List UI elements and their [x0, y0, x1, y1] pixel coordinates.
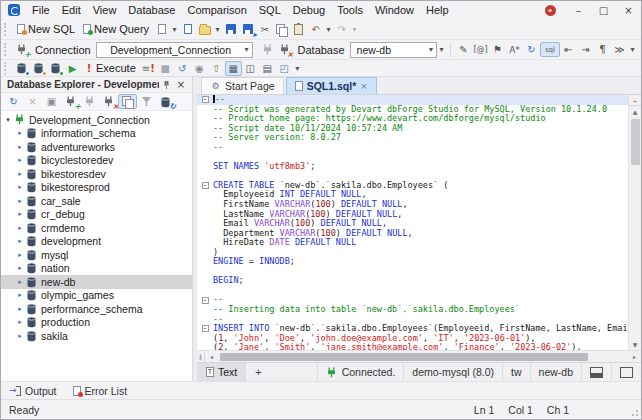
- code-line[interactable]: (1, 'John', 'Doe', 'john.doe@example.com…: [197, 334, 628, 344]
- code-line[interactable]: -- Server version: 8.0.27: [197, 133, 628, 143]
- delete-icon[interactable]: ×: [23, 94, 42, 109]
- scrollbar-thumb[interactable]: [631, 119, 640, 165]
- filter-icon[interactable]: [137, 94, 156, 109]
- format-sql-icon[interactable]: sql: [540, 42, 560, 57]
- code-line[interactable]: [197, 267, 628, 277]
- close-button[interactable]: ×: [616, 5, 641, 16]
- bookmark-icon[interactable]: ⚑: [489, 42, 506, 57]
- code-line[interactable]: -- Inserting data into table `new-db`.`s…: [197, 305, 628, 315]
- menu-item-sql[interactable]: SQL: [253, 1, 287, 19]
- new-from-template-icon[interactable]: [179, 22, 196, 37]
- refresh-icon[interactable]: ↻: [4, 94, 23, 109]
- minimize-button[interactable]: –: [566, 5, 591, 16]
- pin-icon[interactable]: [159, 80, 173, 90]
- menu-item-view[interactable]: View: [87, 1, 123, 19]
- code-line[interactable]: -- Script was generated by Devart dbForg…: [197, 105, 628, 115]
- toolbar-overflow-icon[interactable]: ▾: [628, 42, 637, 57]
- menu-item-window[interactable]: Window: [369, 1, 420, 19]
- cut-icon[interactable]: ✂: [256, 22, 273, 37]
- properties-icon[interactable]: ▣: [42, 94, 61, 109]
- tree-item-development-connection[interactable]: ▾Development_Connection: [1, 113, 192, 127]
- tree-item-production[interactable]: ▸production: [1, 316, 192, 330]
- tab-close-icon[interactable]: ×: [360, 81, 368, 91]
- tree-item-car-sale[interactable]: ▸car_sale: [1, 194, 192, 208]
- tree-collapsed-icon[interactable]: ▸: [15, 156, 25, 164]
- paste-icon[interactable]: [290, 22, 307, 37]
- tree-item-performance-schema[interactable]: ▸performance_schema: [1, 302, 192, 316]
- menu-item-database[interactable]: Database: [122, 1, 181, 19]
- sql-editor[interactable]: ----- Script was generated by Devart dbF…: [197, 95, 641, 350]
- maximize-button[interactable]: □: [591, 5, 616, 16]
- change-case-icon[interactable]: A*: [506, 42, 523, 57]
- decrease-indent-icon[interactable]: ⇤: [560, 42, 577, 57]
- save-all-icon[interactable]: ▸: [239, 22, 256, 37]
- tree-item-bikestoresdev[interactable]: ▸bikestoresdev: [1, 167, 192, 181]
- tab-start-page[interactable]: ⚙ Start Page: [201, 77, 284, 94]
- execute-button[interactable]: ! Execute: [81, 59, 140, 77]
- open-file-icon[interactable]: [196, 22, 213, 37]
- tree-collapsed-icon[interactable]: ▸: [15, 210, 25, 218]
- code-line[interactable]: HireDate DATE DEFAULT NULL: [197, 238, 628, 248]
- database-refresh-dropdown-icon[interactable]: ▾: [437, 42, 446, 57]
- resize-grip[interactable]: [630, 408, 638, 416]
- user-name[interactable]: tw: [502, 363, 530, 381]
- new-window-icon[interactable]: ◰: [276, 61, 293, 76]
- scroll-left-icon[interactable]: ◂: [205, 351, 218, 362]
- comment-icon[interactable]: ✎: [455, 42, 472, 57]
- menu-item-tools[interactable]: Tools: [331, 1, 369, 19]
- menu-item-file[interactable]: File: [26, 1, 56, 19]
- fold-marker-icon[interactable]: -: [202, 325, 209, 332]
- menu-item-help[interactable]: Help: [420, 1, 455, 19]
- tree-item-mysql[interactable]: ▸mysql: [1, 248, 192, 262]
- database-edit-icon[interactable]: [30, 61, 47, 76]
- tree-collapsed-icon[interactable]: ▸: [15, 183, 25, 191]
- error-list-tab[interactable]: Error List: [65, 385, 136, 397]
- connect-icon[interactable]: [259, 42, 276, 57]
- parameters-icon[interactable]: [@]: [472, 42, 489, 57]
- stop-icon[interactable]: ■: [157, 61, 174, 76]
- code-line[interactable]: ---: [197, 295, 628, 305]
- disconnect-icon[interactable]: ×: [276, 42, 293, 57]
- code-line[interactable]: -INSERT INTO `new-db`.`sakila.dbo.Employ…: [197, 324, 628, 334]
- code-line[interactable]: -- Script date 10/11/2024 10:57:24 AM: [197, 124, 628, 134]
- code-line[interactable]: [197, 171, 628, 181]
- code-line[interactable]: -- Product home page: https://www.devart…: [197, 114, 628, 124]
- database-combobox[interactable]: new-db ▾: [350, 42, 437, 58]
- panel-close-icon[interactable]: ×: [173, 79, 189, 90]
- export-document-icon[interactable]: ⇧: [208, 61, 225, 76]
- disconnect-icon[interactable]: ×: [99, 94, 118, 109]
- code-line[interactable]: ): [197, 248, 628, 258]
- code-line[interactable]: [197, 152, 628, 162]
- tree-item-olympic-games[interactable]: ▸olympic_games: [1, 289, 192, 303]
- redo-dropdown-icon[interactable]: ▾: [350, 22, 359, 37]
- tree-collapsed-icon[interactable]: ▸: [15, 251, 25, 259]
- code-line[interactable]: ---: [197, 95, 628, 105]
- code-line[interactable]: --: [197, 315, 628, 325]
- scroll-right-icon[interactable]: ▸: [628, 351, 641, 362]
- code-line[interactable]: (2, 'Jane', 'Smith', 'jane.smith@example…: [197, 343, 628, 350]
- profiler-icon[interactable]: ◉: [191, 61, 208, 76]
- tree-item-information-schema[interactable]: ▸information_schema: [1, 127, 192, 141]
- new-sql-button[interactable]: New SQL: [13, 20, 79, 38]
- toggle-results-pane-button[interactable]: [581, 363, 611, 381]
- scrollbar-thumb[interactable]: [220, 353, 588, 361]
- vertical-scrollbar[interactable]: ÷ ▲ ▼: [628, 95, 641, 350]
- code-line[interactable]: -CREATE TABLE `new-db`.`sakila.dbo.Emplo…: [197, 181, 628, 191]
- word-wrap-icon[interactable]: ≫: [611, 42, 628, 57]
- tree-collapsed-icon[interactable]: ▸: [15, 143, 25, 151]
- scroll-down-icon[interactable]: ▼: [629, 339, 642, 350]
- tree-item-cr-debug[interactable]: ▸cr_debug: [1, 208, 192, 222]
- tree-item-new-db[interactable]: ▸new-db: [1, 275, 192, 289]
- tree-collapsed-icon[interactable]: ▸: [15, 129, 25, 137]
- current-database[interactable]: new-db: [530, 363, 581, 381]
- tree-expanded-icon[interactable]: ▾: [3, 116, 13, 124]
- code-line[interactable]: [197, 286, 628, 296]
- history-icon[interactable]: ↺: [174, 61, 191, 76]
- tree-collapsed-icon[interactable]: ▸: [15, 224, 25, 232]
- layout-icon[interactable]: ◫: [242, 61, 259, 76]
- new-document-dropdown-icon[interactable]: ▾: [170, 22, 179, 37]
- tab-sql-document[interactable]: SQL1.sql* ×: [286, 77, 377, 94]
- tree-item-bicyclestoredev[interactable]: ▸bicyclestoredev: [1, 154, 192, 168]
- tree-item-sakila[interactable]: ▸sakila: [1, 329, 192, 343]
- tree-item-nation[interactable]: ▸nation: [1, 262, 192, 276]
